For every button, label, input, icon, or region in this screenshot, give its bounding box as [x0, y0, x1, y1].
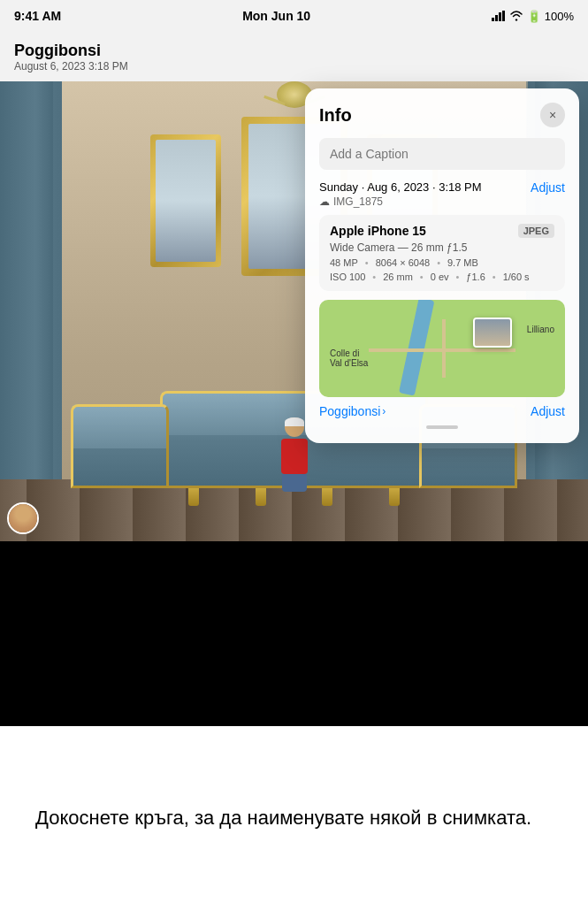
device-card: Apple iPhone 15 JPEG Wide Camera — 26 mm… [319, 215, 565, 291]
focal-spec: 26 mm [383, 272, 413, 282]
caption-text: Докоснете кръга, за да наименувате някой… [35, 807, 531, 829]
info-header: Info × [319, 103, 565, 127]
shutter-spec: 1/60 s [503, 272, 530, 282]
adjust-location-link[interactable]: Adjust [531, 404, 565, 418]
avatar-inner [9, 504, 37, 532]
svg-rect-0 [492, 18, 494, 21]
spec-sep-6: • [493, 272, 496, 282]
filename-text: IMG_1875 [333, 195, 383, 208]
info-datetime: Sunday · Aug 6, 2023 · 3:18 PM [319, 180, 482, 194]
status-right-icons: 🔋 100% [492, 10, 574, 23]
drag-handle [426, 425, 458, 429]
map-road-2 [442, 319, 446, 378]
cloud-icon: ☁ [319, 195, 330, 208]
map-footer: Poggibonsi › Adjust [319, 404, 565, 418]
map-background: Colle diVal d'Elsa Lilliano [319, 300, 565, 397]
status-icons: 🔋 100% [492, 10, 574, 23]
person-circle-avatar[interactable] [7, 502, 39, 534]
sofa-leg [389, 488, 400, 506]
filesize-spec: 9.7 MB [447, 257, 478, 268]
map-colle-label: Colle diVal d'Elsa [330, 348, 368, 368]
photo-subtitle: August 6, 2023 3:18 PM [14, 60, 128, 73]
resolution-spec: 8064 × 6048 [376, 257, 430, 268]
mirror-left-glass [156, 140, 216, 262]
spec-sep-2: • [437, 257, 440, 268]
photo-title-block: Poggibonsi August 6, 2023 3:18 PM [14, 42, 128, 73]
info-panel-title: Info [319, 105, 352, 126]
info-date-block: Sunday · Aug 6, 2023 · 3:18 PM ☁ IMG_187… [319, 180, 482, 208]
adjust-link[interactable]: Adjust [531, 180, 565, 195]
person-hair [285, 417, 304, 426]
tech-specs: 48 MP • 8064 × 6048 • 9.7 MB [330, 257, 554, 268]
svg-rect-1 [495, 15, 498, 21]
caption-text-container: Докоснете кръга, за да наименувате някой… [35, 804, 570, 832]
sofa-leg [322, 488, 332, 506]
aperture-spec: ƒ1.6 [466, 272, 485, 282]
sofa-leg [188, 488, 199, 506]
svg-rect-3 [502, 11, 505, 21]
top-bar: Poggibonsi August 6, 2023 3:18 PM [0, 32, 588, 81]
location-name: Poggibonsi [319, 404, 380, 418]
spec-sep-1: • [365, 257, 369, 268]
status-bar: 9:41 AM Mon Jun 10 🔋 100% [0, 0, 588, 32]
person-legs [282, 474, 307, 492]
signal-icon [492, 11, 506, 21]
person-head [285, 417, 304, 437]
map-container[interactable]: Colle diVal d'Elsa Lilliano [319, 300, 565, 397]
wifi-icon [509, 11, 523, 21]
spec-sep-5: • [456, 272, 460, 282]
svg-rect-2 [499, 12, 501, 21]
tech-specs-2: ISO 100 • 26 mm • 0 ev • ƒ1.6 • 1/60 s [330, 272, 554, 282]
status-time: 9:41 AM [14, 9, 61, 23]
exposure-spec: 0 ev [431, 272, 449, 282]
caption-input[interactable] [319, 138, 565, 170]
mirror-left [150, 134, 221, 267]
device-row: Apple iPhone 15 JPEG [330, 224, 554, 238]
map-lilliano-label: Lilliano [527, 325, 554, 334]
battery-icon: 🔋 100% [527, 10, 574, 23]
device-name: Apple iPhone 15 [330, 224, 426, 238]
spec-sep-4: • [420, 272, 424, 282]
info-filename-row: ☁ IMG_1875 [319, 195, 482, 208]
sofa-left [71, 404, 169, 488]
location-link[interactable]: Poggibonsi › [319, 404, 386, 418]
map-photo-thumb [473, 318, 512, 348]
chevron-right-icon: › [382, 405, 386, 417]
status-date: Mon Jun 10 [242, 9, 310, 23]
spec-sep-3: • [372, 272, 376, 282]
iso-spec: ISO 100 [330, 272, 365, 282]
sofa-leg [256, 488, 266, 506]
camera-info: Wide Camera — 26 mm ƒ1.5 [330, 241, 554, 254]
map-photo-inner [475, 319, 510, 346]
person-body [281, 439, 308, 474]
vertical-line [19, 548, 21, 708]
sofa-left-frame [71, 404, 169, 488]
photo-title: Poggibonsi [14, 42, 128, 60]
megapixels-spec: 48 MP [330, 257, 358, 268]
info-date-row: Sunday · Aug 6, 2023 · 3:18 PM ☁ IMG_187… [319, 180, 565, 208]
info-panel: Info × Sunday · Aug 6, 2023 · 3:18 PM ☁ … [305, 88, 579, 443]
close-button[interactable]: × [540, 103, 565, 127]
jpeg-badge: JPEG [518, 224, 554, 238]
